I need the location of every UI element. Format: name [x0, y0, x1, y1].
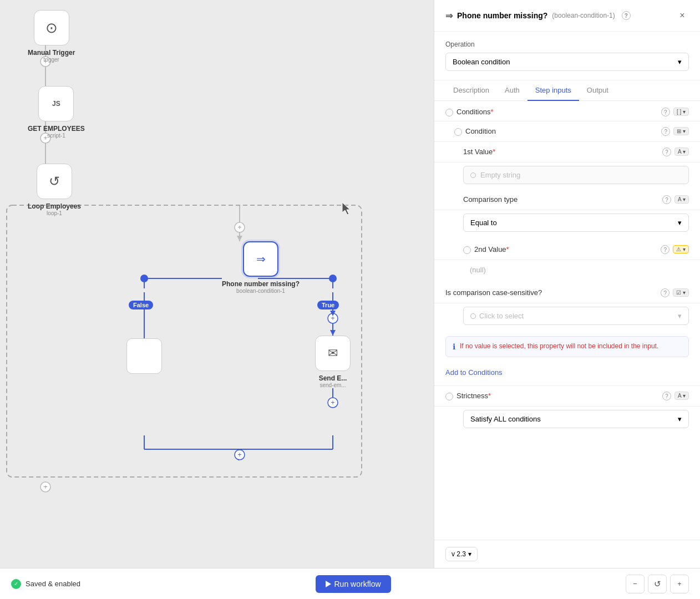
phone-missing-sublabel: boolean-condition-1 [236, 288, 285, 294]
strictness-help-icon[interactable]: ? [662, 392, 671, 400]
send-email-node[interactable]: ✉ Send E... send-em... [315, 336, 351, 388]
strictness-label: Strictness* [456, 392, 659, 400]
svg-text:+: + [43, 483, 47, 491]
tab-output[interactable]: Output [579, 80, 616, 101]
tab-step-inputs[interactable]: Step inputs [527, 80, 579, 101]
svg-marker-32 [237, 236, 242, 241]
case-sensitive-select[interactable]: Click to select ▾ [463, 307, 689, 325]
refresh-button[interactable]: ↺ [648, 575, 667, 593]
case-sensitive-label: Is comparison case-sensitive? [445, 288, 657, 297]
second-value-row: 2nd Value* ? ⚠ ▾ [434, 240, 700, 260]
case-sensitive-dropdown-area: Click to select ▾ [434, 303, 700, 331]
panel-body-spacer [434, 434, 700, 456]
comparison-type-help-icon[interactable]: ? [662, 195, 671, 204]
add-conditions-button[interactable]: Add to Conditions [434, 363, 700, 385]
condition-dot [454, 128, 462, 136]
loop-employees-sublabel: loop-1 [47, 210, 62, 216]
bottom-bar: ✓ Saved & enabled Run workflow − ↺ + [0, 568, 700, 599]
svg-point-35 [40, 482, 50, 492]
tab-description[interactable]: Description [445, 80, 497, 101]
manual-trigger-icon-box: ⊙ [34, 10, 69, 45]
info-box: ℹ If no value is selected, this property… [445, 336, 689, 357]
second-value-label: 2nd Value* [474, 245, 657, 253]
conditions-help-icon[interactable]: ? [661, 108, 670, 116]
panel-body: Conditions* ? [ ] ▾ Condition ? ⊞ ▾ 1st … [434, 101, 700, 540]
second-value-type-badge[interactable]: ⚠ ▾ [673, 245, 689, 253]
loop-employees-icon-box: ↺ [37, 164, 72, 199]
workflow-canvas[interactable]: + + + + + + + ⊙ Manual Trigger [0, 0, 434, 568]
svg-point-12 [329, 275, 337, 282]
true-label: True [317, 301, 339, 309]
second-value-display: (null) [434, 260, 700, 283]
condition-label: Condition [465, 127, 658, 135]
version-select[interactable]: v 2.3 ▾ [445, 547, 478, 561]
first-value-row: 1st Value* ? A ▾ [434, 142, 700, 163]
strictness-chevron: ▾ [678, 415, 682, 423]
conditions-label: Conditions* [456, 108, 658, 116]
branch-title-icon: ⇒ [445, 11, 453, 21]
loop-employees-node[interactable]: ↺ Loop Employees loop-1 [28, 164, 81, 216]
info-text: If no value is selected, this property w… [460, 342, 658, 351]
svg-marker-33 [330, 330, 336, 336]
false-label: False [129, 301, 153, 309]
operation-value: Boolean condition [453, 58, 510, 66]
first-value-type-badge[interactable]: A ▾ [674, 148, 689, 156]
manual-trigger-label: Manual Trigger [28, 49, 75, 57]
svg-rect-6 [7, 205, 362, 477]
true-badge: True [317, 300, 339, 309]
version-value: v 2.3 [452, 550, 466, 558]
get-employees-node[interactable]: JS GET EMPLOYEES script-1 [28, 86, 85, 139]
case-sensitive-type-badge[interactable]: ☑ ▾ [673, 288, 689, 297]
manual-trigger-sublabel: trigger [44, 57, 59, 63]
first-value-help-icon[interactable]: ? [662, 148, 671, 156]
tab-auth[interactable]: Auth [497, 80, 527, 101]
second-value-help-icon[interactable]: ? [661, 245, 669, 254]
panel-footer: v 2.3 ▾ [434, 540, 700, 568]
second-value-null: (null) [463, 262, 689, 277]
panel-header: ⇒ Phone number missing? (boolean-conditi… [434, 0, 700, 32]
first-value-dot [470, 172, 476, 178]
strictness-dropdown-area: Satisfy ALL conditions ▾ [434, 407, 700, 434]
strictness-select[interactable]: Satisfy ALL conditions ▾ [463, 410, 689, 428]
panel-close-button[interactable]: × [676, 9, 689, 22]
comparison-type-select[interactable]: Equal to ▾ [463, 214, 689, 232]
conditions-type-badge[interactable]: [ ] ▾ [673, 108, 689, 116]
svg-point-30 [328, 398, 338, 408]
phone-missing-icon-box: ⇒ [243, 241, 278, 277]
case-sensitive-help-icon[interactable]: ? [661, 288, 669, 297]
comparison-type-label: Comparison type [463, 195, 659, 204]
run-label: Run workflow [334, 580, 381, 588]
manual-trigger-node[interactable]: ⊙ Manual Trigger trigger [28, 10, 75, 63]
properties-panel: ⇒ Phone number missing? (boolean-conditi… [434, 0, 700, 568]
get-employees-sublabel: script-1 [47, 133, 65, 139]
false-branch-placeholder[interactable] [126, 338, 162, 374]
first-value-input[interactable]: Empty string [463, 166, 689, 184]
version-chevron: ▾ [468, 550, 471, 558]
loop-icon: ↺ [49, 174, 60, 189]
strictness-dot [445, 393, 453, 400]
strictness-type-badge[interactable]: A ▾ [674, 392, 689, 400]
operation-label: Operation [445, 40, 689, 48]
panel-title: ⇒ Phone number missing? (boolean-conditi… [445, 11, 631, 21]
second-value-dot [463, 246, 471, 254]
svg-marker-34 [330, 311, 336, 316]
phone-missing-node[interactable]: ⇒ Phone number missing? boolean-conditio… [222, 241, 300, 294]
status-icon: ✓ [11, 579, 21, 589]
zoom-out-button[interactable]: − [626, 575, 645, 593]
condition-help-icon[interactable]: ? [661, 127, 670, 136]
zoom-in-button[interactable]: + [670, 575, 689, 593]
operation-select[interactable]: Boolean condition ▾ [445, 53, 689, 71]
comparison-type-badge[interactable]: A ▾ [674, 195, 689, 204]
canvas-svg: + + + + + + + [0, 0, 434, 568]
get-employees-label: GET EMPLOYEES [28, 125, 85, 133]
run-workflow-button[interactable]: Run workflow [316, 575, 391, 593]
branch-icon: ⇒ [256, 252, 266, 266]
manual-trigger-icon: ⊙ [45, 19, 58, 37]
panel-help-icon[interactable]: ? [622, 11, 631, 20]
condition-type-badge[interactable]: ⊞ ▾ [673, 127, 689, 135]
phone-missing-label: Phone number missing? [222, 280, 300, 288]
first-value-label: 1st Value* [463, 148, 659, 156]
condition-row: Condition ? ⊞ ▾ [434, 121, 700, 142]
comparison-type-row: Comparison type ? A ▾ [434, 190, 700, 210]
case-sensitive-placeholder: Click to select [479, 312, 524, 320]
